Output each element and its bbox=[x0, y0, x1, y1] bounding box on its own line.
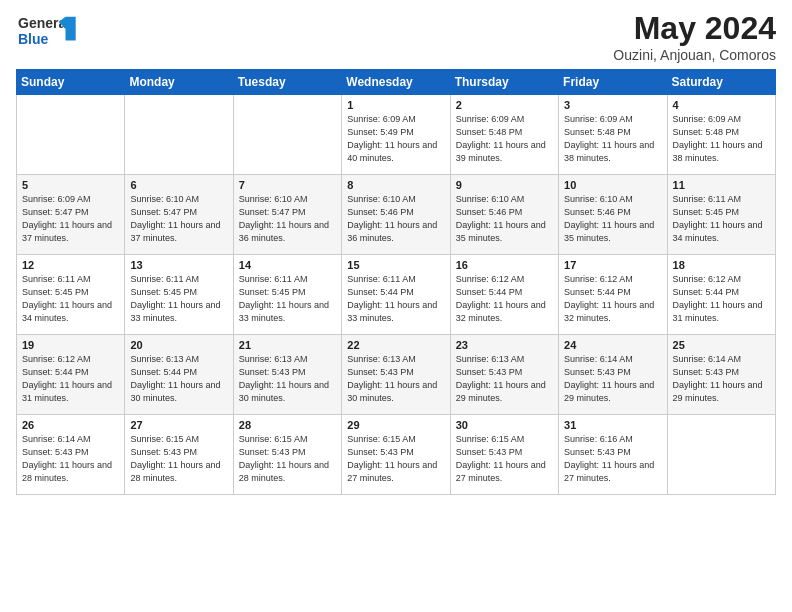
week-row-4: 26Sunrise: 6:14 AMSunset: 5:43 PMDayligh… bbox=[17, 415, 776, 495]
weekday-header-row: Sunday Monday Tuesday Wednesday Thursday… bbox=[17, 70, 776, 95]
calendar-cell-3-3: 22Sunrise: 6:13 AMSunset: 5:43 PMDayligh… bbox=[342, 335, 450, 415]
day-number: 7 bbox=[239, 179, 336, 191]
day-info: Sunrise: 6:10 AMSunset: 5:46 PMDaylight:… bbox=[456, 193, 553, 245]
day-info: Sunrise: 6:16 AMSunset: 5:43 PMDaylight:… bbox=[564, 433, 661, 485]
day-info: Sunrise: 6:09 AMSunset: 5:48 PMDaylight:… bbox=[673, 113, 770, 165]
calendar-cell-1-1: 6Sunrise: 6:10 AMSunset: 5:47 PMDaylight… bbox=[125, 175, 233, 255]
day-number: 30 bbox=[456, 419, 553, 431]
day-number: 18 bbox=[673, 259, 770, 271]
week-row-0: 1Sunrise: 6:09 AMSunset: 5:49 PMDaylight… bbox=[17, 95, 776, 175]
calendar-cell-4-6 bbox=[667, 415, 775, 495]
day-number: 16 bbox=[456, 259, 553, 271]
day-number: 8 bbox=[347, 179, 444, 191]
day-info: Sunrise: 6:09 AMSunset: 5:49 PMDaylight:… bbox=[347, 113, 444, 165]
svg-text:Blue: Blue bbox=[18, 31, 49, 47]
day-info: Sunrise: 6:13 AMSunset: 5:43 PMDaylight:… bbox=[347, 353, 444, 405]
header-sunday: Sunday bbox=[17, 70, 125, 95]
calendar-table: Sunday Monday Tuesday Wednesday Thursday… bbox=[16, 69, 776, 495]
calendar-title: May 2024 bbox=[613, 10, 776, 47]
week-row-2: 12Sunrise: 6:11 AMSunset: 5:45 PMDayligh… bbox=[17, 255, 776, 335]
day-number: 22 bbox=[347, 339, 444, 351]
calendar-cell-4-1: 27Sunrise: 6:15 AMSunset: 5:43 PMDayligh… bbox=[125, 415, 233, 495]
logo-area: General Blue bbox=[16, 10, 106, 56]
calendar-subtitle: Ouzini, Anjouan, Comoros bbox=[613, 47, 776, 63]
day-number: 23 bbox=[456, 339, 553, 351]
calendar-cell-4-5: 31Sunrise: 6:16 AMSunset: 5:43 PMDayligh… bbox=[559, 415, 667, 495]
calendar-cell-4-3: 29Sunrise: 6:15 AMSunset: 5:43 PMDayligh… bbox=[342, 415, 450, 495]
day-info: Sunrise: 6:10 AMSunset: 5:47 PMDaylight:… bbox=[239, 193, 336, 245]
day-number: 19 bbox=[22, 339, 119, 351]
day-number: 9 bbox=[456, 179, 553, 191]
day-info: Sunrise: 6:11 AMSunset: 5:44 PMDaylight:… bbox=[347, 273, 444, 325]
header-friday: Friday bbox=[559, 70, 667, 95]
day-number: 20 bbox=[130, 339, 227, 351]
day-number: 31 bbox=[564, 419, 661, 431]
day-number: 21 bbox=[239, 339, 336, 351]
day-number: 14 bbox=[239, 259, 336, 271]
day-number: 13 bbox=[130, 259, 227, 271]
calendar-cell-0-5: 3Sunrise: 6:09 AMSunset: 5:48 PMDaylight… bbox=[559, 95, 667, 175]
day-info: Sunrise: 6:09 AMSunset: 5:47 PMDaylight:… bbox=[22, 193, 119, 245]
header-saturday: Saturday bbox=[667, 70, 775, 95]
day-info: Sunrise: 6:13 AMSunset: 5:43 PMDaylight:… bbox=[239, 353, 336, 405]
day-info: Sunrise: 6:11 AMSunset: 5:45 PMDaylight:… bbox=[22, 273, 119, 325]
calendar-cell-3-0: 19Sunrise: 6:12 AMSunset: 5:44 PMDayligh… bbox=[17, 335, 125, 415]
calendar-cell-1-5: 10Sunrise: 6:10 AMSunset: 5:46 PMDayligh… bbox=[559, 175, 667, 255]
day-number: 12 bbox=[22, 259, 119, 271]
day-info: Sunrise: 6:10 AMSunset: 5:46 PMDaylight:… bbox=[347, 193, 444, 245]
day-info: Sunrise: 6:15 AMSunset: 5:43 PMDaylight:… bbox=[456, 433, 553, 485]
day-number: 5 bbox=[22, 179, 119, 191]
day-info: Sunrise: 6:12 AMSunset: 5:44 PMDaylight:… bbox=[564, 273, 661, 325]
day-info: Sunrise: 6:11 AMSunset: 5:45 PMDaylight:… bbox=[239, 273, 336, 325]
header: General Blue May 2024 Ouzini, Anjouan, C… bbox=[16, 10, 776, 63]
day-number: 24 bbox=[564, 339, 661, 351]
calendar-cell-3-4: 23Sunrise: 6:13 AMSunset: 5:43 PMDayligh… bbox=[450, 335, 558, 415]
logo: General Blue bbox=[16, 10, 106, 56]
calendar-cell-0-0 bbox=[17, 95, 125, 175]
day-info: Sunrise: 6:13 AMSunset: 5:44 PMDaylight:… bbox=[130, 353, 227, 405]
day-info: Sunrise: 6:15 AMSunset: 5:43 PMDaylight:… bbox=[239, 433, 336, 485]
day-info: Sunrise: 6:11 AMSunset: 5:45 PMDaylight:… bbox=[673, 193, 770, 245]
day-info: Sunrise: 6:10 AMSunset: 5:47 PMDaylight:… bbox=[130, 193, 227, 245]
calendar-cell-4-0: 26Sunrise: 6:14 AMSunset: 5:43 PMDayligh… bbox=[17, 415, 125, 495]
day-info: Sunrise: 6:09 AMSunset: 5:48 PMDaylight:… bbox=[456, 113, 553, 165]
calendar-cell-2-0: 12Sunrise: 6:11 AMSunset: 5:45 PMDayligh… bbox=[17, 255, 125, 335]
day-info: Sunrise: 6:14 AMSunset: 5:43 PMDaylight:… bbox=[564, 353, 661, 405]
calendar-cell-4-2: 28Sunrise: 6:15 AMSunset: 5:43 PMDayligh… bbox=[233, 415, 341, 495]
day-info: Sunrise: 6:13 AMSunset: 5:43 PMDaylight:… bbox=[456, 353, 553, 405]
day-number: 26 bbox=[22, 419, 119, 431]
day-info: Sunrise: 6:12 AMSunset: 5:44 PMDaylight:… bbox=[456, 273, 553, 325]
day-number: 27 bbox=[130, 419, 227, 431]
day-number: 17 bbox=[564, 259, 661, 271]
calendar-cell-0-4: 2Sunrise: 6:09 AMSunset: 5:48 PMDaylight… bbox=[450, 95, 558, 175]
day-number: 6 bbox=[130, 179, 227, 191]
calendar-cell-3-6: 25Sunrise: 6:14 AMSunset: 5:43 PMDayligh… bbox=[667, 335, 775, 415]
calendar-cell-2-2: 14Sunrise: 6:11 AMSunset: 5:45 PMDayligh… bbox=[233, 255, 341, 335]
calendar-cell-0-3: 1Sunrise: 6:09 AMSunset: 5:49 PMDaylight… bbox=[342, 95, 450, 175]
calendar-cell-0-6: 4Sunrise: 6:09 AMSunset: 5:48 PMDaylight… bbox=[667, 95, 775, 175]
title-area: May 2024 Ouzini, Anjouan, Comoros bbox=[613, 10, 776, 63]
calendar-cell-2-4: 16Sunrise: 6:12 AMSunset: 5:44 PMDayligh… bbox=[450, 255, 558, 335]
calendar-cell-1-6: 11Sunrise: 6:11 AMSunset: 5:45 PMDayligh… bbox=[667, 175, 775, 255]
day-info: Sunrise: 6:14 AMSunset: 5:43 PMDaylight:… bbox=[22, 433, 119, 485]
calendar-cell-0-2 bbox=[233, 95, 341, 175]
header-monday: Monday bbox=[125, 70, 233, 95]
week-row-1: 5Sunrise: 6:09 AMSunset: 5:47 PMDaylight… bbox=[17, 175, 776, 255]
calendar-cell-1-4: 9Sunrise: 6:10 AMSunset: 5:46 PMDaylight… bbox=[450, 175, 558, 255]
header-thursday: Thursday bbox=[450, 70, 558, 95]
day-number: 15 bbox=[347, 259, 444, 271]
day-number: 25 bbox=[673, 339, 770, 351]
day-number: 3 bbox=[564, 99, 661, 111]
day-info: Sunrise: 6:09 AMSunset: 5:48 PMDaylight:… bbox=[564, 113, 661, 165]
day-number: 11 bbox=[673, 179, 770, 191]
header-tuesday: Tuesday bbox=[233, 70, 341, 95]
page: General Blue May 2024 Ouzini, Anjouan, C… bbox=[0, 0, 792, 612]
calendar-cell-1-3: 8Sunrise: 6:10 AMSunset: 5:46 PMDaylight… bbox=[342, 175, 450, 255]
day-info: Sunrise: 6:12 AMSunset: 5:44 PMDaylight:… bbox=[22, 353, 119, 405]
day-info: Sunrise: 6:15 AMSunset: 5:43 PMDaylight:… bbox=[130, 433, 227, 485]
day-number: 10 bbox=[564, 179, 661, 191]
day-info: Sunrise: 6:15 AMSunset: 5:43 PMDaylight:… bbox=[347, 433, 444, 485]
calendar-cell-2-6: 18Sunrise: 6:12 AMSunset: 5:44 PMDayligh… bbox=[667, 255, 775, 335]
calendar-cell-3-5: 24Sunrise: 6:14 AMSunset: 5:43 PMDayligh… bbox=[559, 335, 667, 415]
calendar-cell-4-4: 30Sunrise: 6:15 AMSunset: 5:43 PMDayligh… bbox=[450, 415, 558, 495]
